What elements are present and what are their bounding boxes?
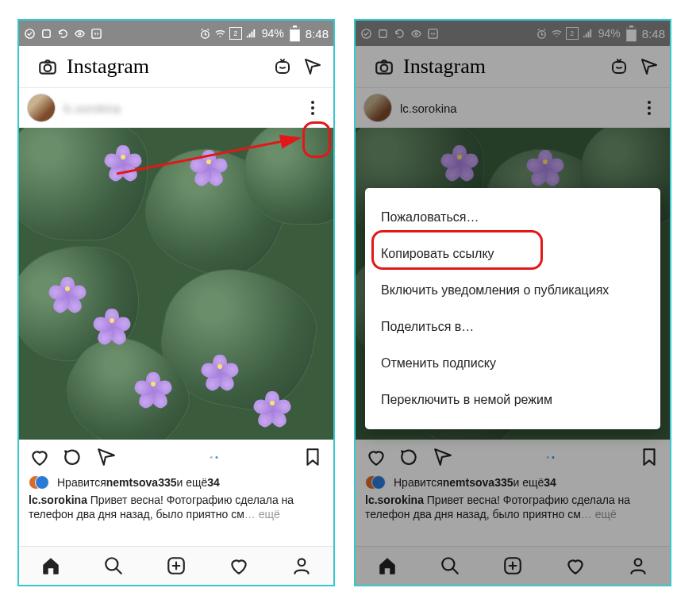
- likes-row[interactable]: Нравится nemtsova335 и ещё 34: [19, 474, 333, 490]
- like-button[interactable]: [29, 446, 51, 468]
- post-header: lc.sorokina: [19, 88, 333, 128]
- svg-point-2: [79, 33, 81, 35]
- sim-indicator: 2: [229, 27, 242, 40]
- battery-percent: 94%: [262, 27, 284, 40]
- nav-activity[interactable]: [228, 555, 250, 577]
- svg-point-13: [298, 559, 306, 566]
- nav-profile[interactable]: [290, 555, 313, 577]
- likes-middle: и ещё: [177, 476, 208, 489]
- sheet-item-share[interactable]: Поделиться в…: [365, 309, 660, 345]
- like-avatars: [29, 474, 52, 490]
- likes-count: 34: [207, 476, 220, 489]
- phone-left: 2 94% 8:48 Instagram lc.sorokina: [17, 19, 335, 586]
- status-left: [24, 28, 199, 40]
- kebab-icon: [311, 101, 314, 115]
- carousel-dots: ••: [129, 452, 302, 462]
- nav-home[interactable]: [40, 555, 62, 577]
- bookmark-button[interactable]: [302, 446, 324, 468]
- svg-rect-3: [92, 29, 101, 37]
- box-icon: [40, 28, 52, 40]
- sheet-item-unfollow[interactable]: Отменить подписку: [365, 345, 660, 382]
- sheet-item-report[interactable]: Пожаловаться…: [365, 199, 660, 236]
- clock-time: 8:48: [306, 27, 329, 40]
- camera-icon[interactable]: [37, 56, 59, 78]
- battery-icon: [289, 28, 301, 40]
- sheet-item-copy-link[interactable]: Копировать ссылку: [365, 236, 660, 272]
- likes-prefix: Нравится: [57, 476, 106, 489]
- check-icon: [24, 28, 36, 40]
- comment-button[interactable]: [62, 446, 84, 468]
- teamviewer-icon: [90, 28, 102, 40]
- caption-row[interactable]: lc.sorokina Привет весна! Фотографию сде…: [19, 490, 333, 523]
- phone-right: 2 94% 8:48 Instagram lc.sorokina: [354, 19, 671, 586]
- svg-point-9: [44, 64, 52, 71]
- status-right: 2 94% 8:48: [199, 27, 329, 40]
- likes-name: nemtsova335: [106, 476, 177, 489]
- app-header: Instagram: [19, 46, 333, 88]
- post-action-sheet: Пожаловаться… Копировать ссылку Включить…: [365, 188, 660, 429]
- post-image[interactable]: [19, 128, 333, 440]
- caption-author: lc.sorokina: [29, 494, 87, 506]
- post-username[interactable]: lc.sorokina: [63, 102, 300, 115]
- igtv-icon[interactable]: [271, 56, 294, 78]
- share-button[interactable]: [95, 446, 117, 468]
- eye-icon: [74, 28, 86, 40]
- alarm-icon: [199, 28, 211, 40]
- svg-rect-1: [43, 29, 50, 36]
- svg-rect-7: [290, 28, 300, 30]
- bottom-nav: [19, 546, 333, 585]
- avatar[interactable]: [27, 94, 56, 122]
- sheet-item-mute[interactable]: Переключить в немой режим: [365, 382, 660, 418]
- nav-search[interactable]: [102, 555, 125, 577]
- post-menu-button[interactable]: [300, 95, 325, 121]
- refresh-icon: [57, 28, 69, 40]
- nav-add[interactable]: [165, 555, 187, 577]
- signal-icon: [245, 28, 257, 40]
- svg-rect-6: [293, 25, 297, 28]
- direct-icon[interactable]: [302, 56, 324, 78]
- svg-rect-5: [290, 28, 300, 42]
- sheet-item-notifications[interactable]: Включить уведомления о публикациях: [365, 272, 660, 309]
- caption-more: … ещё: [244, 508, 280, 521]
- action-row: ••: [19, 440, 333, 474]
- status-bar: 2 94% 8:48: [19, 21, 333, 46]
- wifi-icon: [214, 28, 226, 40]
- app-title: Instagram: [67, 55, 263, 79]
